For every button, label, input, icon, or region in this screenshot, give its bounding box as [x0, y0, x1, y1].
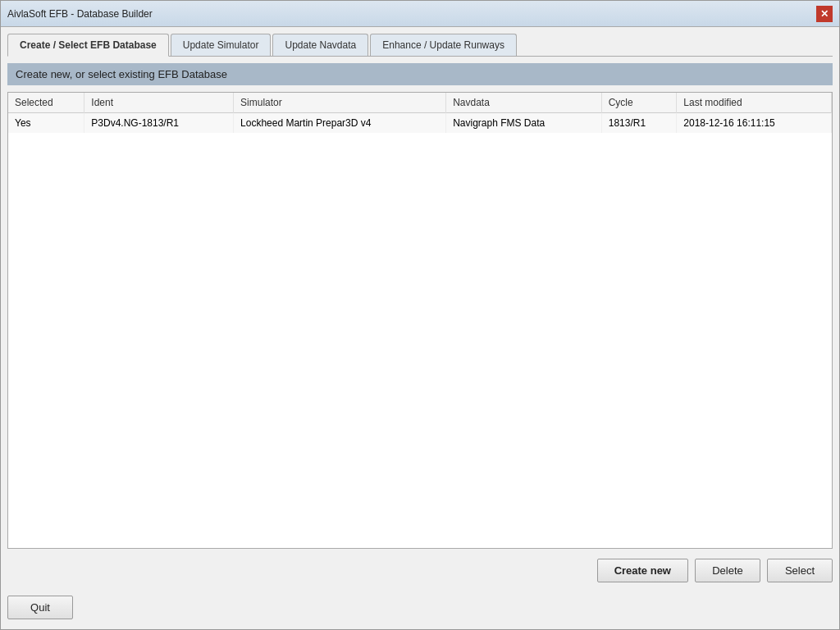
close-button[interactable]: ✕	[816, 6, 833, 22]
database-table: Selected Ident Simulator Navdata Cycle L…	[8, 93, 832, 133]
footer-row: Quit	[7, 592, 833, 623]
cell-ident: P3Dv4.NG-1813/R1	[84, 113, 234, 134]
col-selected: Selected	[8, 93, 84, 113]
title-bar: AivlaSoft EFB - Database Builder ✕	[1, 1, 839, 27]
delete-button[interactable]: Delete	[695, 559, 760, 582]
window-title: AivlaSoft EFB - Database Builder	[7, 8, 153, 20]
tab-enhance-runways[interactable]: Enhance / Update Runways	[370, 34, 517, 56]
create-new-button[interactable]: Create new	[597, 559, 688, 582]
cell-selected: Yes	[8, 113, 84, 134]
tab-bar: Create / Select EFB Database Update Simu…	[7, 34, 833, 57]
table-row[interactable]: YesP3Dv4.NG-1813/R1Lockheed Martin Prepa…	[8, 113, 832, 134]
tab-create-select[interactable]: Create / Select EFB Database	[7, 34, 169, 57]
table-body: YesP3Dv4.NG-1813/R1Lockheed Martin Prepa…	[8, 113, 832, 134]
action-button-row: Create new Delete Select	[7, 555, 833, 586]
table-header-row: Selected Ident Simulator Navdata Cycle L…	[8, 93, 832, 113]
col-last-modified: Last modified	[677, 93, 832, 113]
col-cycle: Cycle	[601, 93, 677, 113]
quit-button[interactable]: Quit	[7, 596, 73, 619]
tab-update-simulator[interactable]: Update Simulator	[171, 34, 272, 56]
cell-cycle: 1813/R1	[601, 113, 677, 134]
window-body: Create / Select EFB Database Update Simu…	[1, 27, 839, 629]
main-window: AivlaSoft EFB - Database Builder ✕ Creat…	[0, 0, 840, 630]
tab-update-navdata[interactable]: Update Navdata	[272, 34, 368, 56]
cell-last_modified: 2018-12-16 16:11:15	[677, 113, 832, 134]
cell-simulator: Lockheed Martin Prepar3D v4	[234, 113, 446, 134]
select-button[interactable]: Select	[767, 559, 833, 582]
section-header: Create new, or select existing EFB Datab…	[7, 63, 833, 85]
col-navdata: Navdata	[446, 93, 602, 113]
col-simulator: Simulator	[234, 93, 446, 113]
col-ident: Ident	[84, 93, 234, 113]
content-area: Create new, or select existing EFB Datab…	[7, 63, 833, 586]
database-table-container: Selected Ident Simulator Navdata Cycle L…	[7, 92, 833, 549]
cell-navdata: Navigraph FMS Data	[446, 113, 602, 134]
